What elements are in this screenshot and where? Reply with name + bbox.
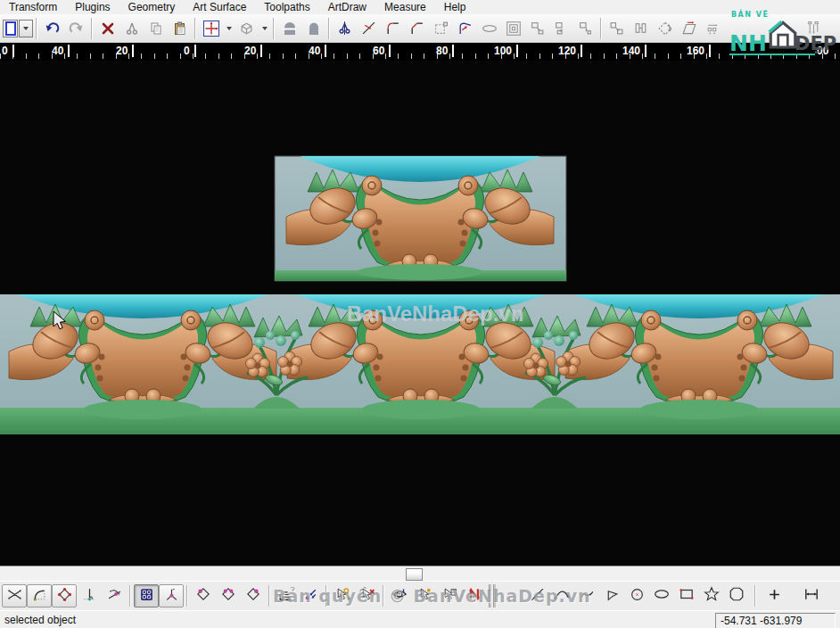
paste-button[interactable] <box>168 17 192 40</box>
menu-measure[interactable]: Measure <box>375 0 435 14</box>
corner-arc-button[interactable] <box>27 584 52 607</box>
draw-point-button[interactable] <box>762 584 786 607</box>
separator <box>194 18 196 39</box>
view-3d-dropdown[interactable] <box>259 17 270 40</box>
trim-button[interactable] <box>333 17 357 40</box>
snap-direction-button[interactable] <box>298 584 323 607</box>
node-connect-button[interactable] <box>2 584 27 607</box>
scrollbar-thumb[interactable] <box>406 568 423 581</box>
menu-help[interactable]: Help <box>435 0 475 14</box>
diamond-anchor-left-icon <box>195 586 211 606</box>
undo-button[interactable] <box>40 17 64 40</box>
separator <box>754 585 756 607</box>
diamond-anchor-left-button[interactable] <box>191 584 216 607</box>
draw-arc-button[interactable] <box>549 584 574 607</box>
swap-direction-button[interactable] <box>462 584 487 607</box>
ruler-label: 0 <box>2 45 14 57</box>
toolbar-splitter[interactable] <box>489 584 496 607</box>
redo-button[interactable] <box>64 17 88 40</box>
delete-node-icon <box>360 587 375 606</box>
node-diamond-button[interactable] <box>52 584 77 607</box>
measure-icon <box>803 586 819 606</box>
axis-origin-button[interactable] <box>159 584 184 607</box>
circle-icon <box>630 587 645 606</box>
snap-grid-button[interactable] <box>134 584 159 607</box>
view-eye-button[interactable] <box>387 584 412 607</box>
relief-dome-flat-button[interactable] <box>277 17 301 40</box>
horizontal-scroll-strip[interactable] <box>0 566 840 581</box>
diamond-anchor-both-button[interactable] <box>216 584 241 607</box>
cut-button[interactable] <box>119 17 144 40</box>
scissors-icon <box>125 21 139 36</box>
array-right-button[interactable] <box>701 17 725 40</box>
node-connect-icon <box>7 587 22 606</box>
chamfer-icon <box>409 21 424 36</box>
ruler-label: 80 <box>436 45 454 57</box>
pick-point-button[interactable] <box>412 584 437 607</box>
extend-button[interactable] <box>357 17 381 40</box>
draw-rectangle-button[interactable] <box>674 584 699 607</box>
copy-button[interactable] <box>144 17 168 40</box>
spacing-button[interactable] <box>629 17 653 40</box>
mirror-copy-icon <box>609 21 624 36</box>
draw-ellipse-button[interactable] <box>649 584 674 607</box>
menu-plugins[interactable]: Plugins <box>66 0 119 14</box>
align-bottom-button[interactable] <box>273 584 298 607</box>
ruler-label: 20 <box>116 45 134 57</box>
offset-contour-button[interactable] <box>429 17 453 40</box>
fillet-button[interactable] <box>381 17 405 40</box>
tangent-icon <box>107 587 122 606</box>
relief-canvas[interactable]: BanVeNhaDep.vn <box>0 61 840 566</box>
chamfer-button[interactable] <box>405 17 429 40</box>
menu-art-surface[interactable]: Art Surface <box>184 0 255 14</box>
view-selector-combo[interactable] <box>3 20 33 37</box>
axes-view-button[interactable] <box>199 17 223 40</box>
draw-circle-button[interactable] <box>624 584 649 607</box>
separator <box>383 585 384 607</box>
measure-distance-button[interactable] <box>799 584 824 607</box>
relief-panorama-image[interactable]: BanVeNhaDep.vn <box>0 294 840 434</box>
canvas-watermark: BanVeNhaDep.vn <box>347 302 524 326</box>
diamond-anchor-right-button[interactable] <box>241 584 266 607</box>
offset-inward-button[interactable] <box>501 17 525 40</box>
draw-line-button[interactable] <box>524 584 549 607</box>
pick-object-button[interactable] <box>437 584 462 607</box>
tangent-button[interactable] <box>102 584 127 607</box>
draw-polyline-button[interactable] <box>599 584 624 607</box>
menu-geometry[interactable]: Geometry <box>119 0 185 14</box>
copy-below-button[interactable] <box>525 17 549 40</box>
canvas-workspace[interactable]: BanVeNhaDep.vn <box>0 61 840 566</box>
menu-artdraw[interactable]: ArtDraw <box>319 0 375 14</box>
diamond-anchor-both-icon <box>220 586 236 606</box>
relief-dome-button[interactable] <box>301 17 325 40</box>
skew-button[interactable] <box>677 17 701 40</box>
view-3d-button[interactable] <box>235 17 259 40</box>
draw-polygon-button[interactable] <box>724 584 749 607</box>
eye-icon <box>391 586 408 606</box>
select-node-button[interactable] <box>330 584 355 607</box>
rotate-button[interactable] <box>653 17 677 40</box>
snap-grid-icon <box>139 587 154 606</box>
ellipse-tool-button[interactable] <box>477 17 501 40</box>
copy-below-icon <box>530 21 545 36</box>
fillet-arrow-button[interactable] <box>453 17 477 40</box>
delete-node-button[interactable] <box>355 584 380 607</box>
relief-preview-image[interactable] <box>275 156 566 281</box>
combo-dropdown-icon[interactable] <box>19 20 33 37</box>
draw-star-button[interactable] <box>699 584 724 607</box>
pick-object-icon <box>442 587 457 606</box>
separator <box>600 18 602 39</box>
menu-toolpaths[interactable]: Toolpaths <box>255 0 318 14</box>
delete-button[interactable] <box>95 17 119 40</box>
axes-view-dropdown[interactable] <box>223 17 235 40</box>
menu-transform[interactable]: Transform <box>0 0 66 14</box>
array-right-icon <box>705 21 721 36</box>
copy-beside-button[interactable] <box>549 17 573 40</box>
ellipse-outline-icon <box>482 21 498 37</box>
copy-small-button[interactable] <box>573 17 597 40</box>
axes-icon <box>203 21 219 37</box>
ruler-label: 20 <box>244 45 262 57</box>
mirror-copy-button[interactable] <box>605 17 629 40</box>
perpendicular-button[interactable] <box>77 584 102 607</box>
draw-spline-button[interactable] <box>574 584 599 607</box>
